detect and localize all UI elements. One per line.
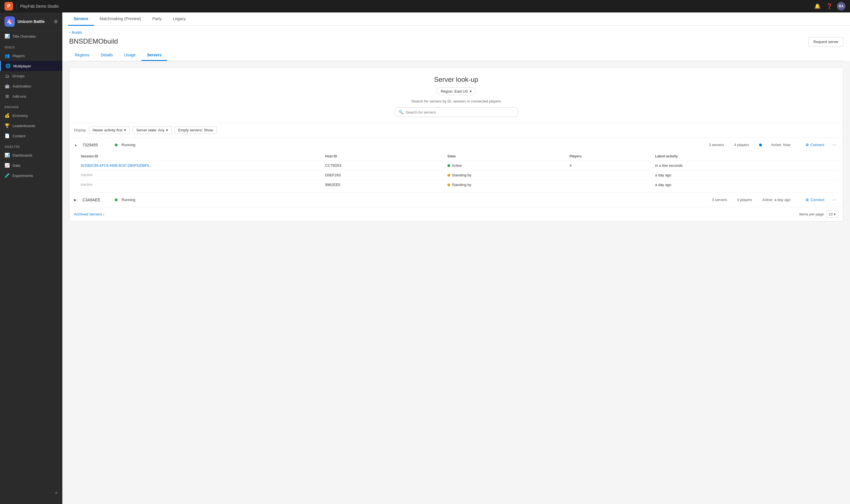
- status-dot-2: [115, 198, 118, 201]
- servers-count-1: 3 servers: [709, 143, 724, 147]
- multiplayer-label: Multiplayer: [13, 64, 31, 68]
- analyze-section-label: ANALYZE: [0, 141, 62, 150]
- server-status-2: Running: [122, 198, 144, 202]
- status-dot-1: [115, 144, 118, 146]
- sidebar-item-addons[interactable]: ⊞ Add-ons: [0, 91, 62, 101]
- host-id-3: 9962EE5: [325, 183, 447, 187]
- breadcrumb[interactable]: ‹ Builds: [69, 30, 118, 35]
- settings-gear-icon[interactable]: ⚙: [54, 19, 58, 24]
- sidebar-item-title-overview[interactable]: 📊 Title Overview: [0, 31, 62, 42]
- active-label-2: Active: a day ago: [762, 198, 791, 202]
- server-id-1: 7329455: [83, 143, 111, 147]
- session-inactive-2: Inactive: [81, 183, 325, 187]
- topbar-divider: [16, 3, 17, 9]
- leaderboards-label: Leaderboards: [13, 124, 35, 128]
- sidebar-item-automation[interactable]: 🤖 Automation: [0, 81, 62, 91]
- server-search-box: 🔍: [394, 107, 519, 117]
- connect-button-1[interactable]: 🖥 Connect: [803, 142, 827, 148]
- session-inactive-1: Inactive: [81, 173, 325, 177]
- search-input[interactable]: [406, 110, 514, 114]
- lookup-description: Search for servers by ID, session or con…: [75, 99, 837, 103]
- sidebar-item-players[interactable]: 👥 Players: [0, 51, 62, 61]
- experiments-icon: 🧪: [4, 173, 10, 178]
- session-activity-2: a day ago: [655, 173, 838, 177]
- session-state-dot-1: [447, 164, 450, 167]
- build-tab-servers[interactable]: Servers: [141, 50, 167, 61]
- topbar: P PlayFab Demo Studio 🔔 ❓ RA: [0, 0, 850, 13]
- tab-party[interactable]: Party: [147, 13, 168, 26]
- col-players: Players: [570, 154, 655, 158]
- sidebar-collapse-button[interactable]: «: [0, 487, 62, 498]
- empty-servers-filter[interactable]: Empty servers: Show: [175, 126, 217, 134]
- active-label-1: Active: Now: [771, 143, 791, 147]
- expand-icon-2[interactable]: ▶: [74, 198, 79, 202]
- server-status-1: Running: [122, 143, 144, 147]
- content-icon: 📄: [4, 133, 10, 139]
- more-options-icon-1[interactable]: ⋯: [830, 141, 838, 149]
- state-chevron-icon: ▾: [166, 128, 168, 132]
- tab-servers[interactable]: Servers: [68, 13, 94, 26]
- dashboards-icon: 📊: [4, 152, 10, 158]
- sessions-table-1: Session ID Host ID State Players Latest …: [69, 152, 843, 192]
- sidebar-item-data[interactable]: 📈 Data: [0, 160, 62, 170]
- session-state-2: Standing by: [452, 173, 471, 177]
- automation-icon: 🤖: [4, 84, 10, 89]
- session-players-1: 4: [570, 163, 655, 168]
- sidebar-item-dashboards[interactable]: 📊 Dashboards: [0, 150, 62, 160]
- items-per-page-select[interactable]: 10 ▾: [826, 211, 838, 218]
- more-options-icon-2[interactable]: ⋯: [830, 196, 838, 203]
- session-row-1: 9CD8DCB5-EFC8-490B-8C87-DB4F52DBF9... CC…: [81, 161, 838, 170]
- sidebar-item-experiments[interactable]: 🧪 Experiments: [0, 170, 62, 181]
- server-row-main-2[interactable]: ▶ C3A9AEE Running 3 servers 0 players Ac…: [69, 193, 843, 207]
- addons-icon: ⊞: [4, 94, 10, 99]
- build-tab-details[interactable]: Details: [95, 50, 118, 61]
- groups-icon: 🗂: [4, 74, 10, 78]
- build-tab-usage[interactable]: Usage: [118, 50, 141, 61]
- experiments-label: Experiments: [13, 174, 33, 178]
- activity-filter[interactable]: Newer activity first ▾: [89, 126, 130, 134]
- collapse-icon[interactable]: ▲: [74, 143, 79, 147]
- connect-button-2[interactable]: 🖥 Connect: [803, 197, 827, 203]
- connect-label-1: Connect: [811, 143, 824, 147]
- game-header: 🦄 Unicorn Battle ⚙: [0, 13, 62, 31]
- sidebar-item-multiplayer[interactable]: 🌐 Multiplayer: [0, 61, 62, 71]
- filters-bar: Display Newer activity first ▾ Server st…: [69, 123, 843, 138]
- sidebar-item-leaderboards[interactable]: 🏆 Leaderboards: [0, 121, 62, 131]
- search-icon: 🔍: [399, 110, 403, 114]
- active-dot-1: [759, 144, 762, 146]
- server-row-main-1[interactable]: ▲ 7329455 Running 3 servers 4 players Ac…: [69, 138, 843, 152]
- build-header: ‹ Builds BNSDEMObuild Request server: [62, 26, 850, 50]
- monitor-icon-2: 🖥: [805, 198, 809, 202]
- session-id-link-1[interactable]: 9CD8DCB5-EFC8-490B-8C87-DB4F52DBF9...: [81, 164, 152, 168]
- build-tab-regions[interactable]: Regions: [69, 50, 95, 61]
- data-icon: 📈: [4, 163, 10, 168]
- session-activity-1: in a few seconds: [655, 163, 838, 168]
- server-id-2: C3A9AEE: [83, 198, 111, 202]
- request-server-button[interactable]: Request server: [809, 37, 843, 47]
- build-header-left: ‹ Builds BNSDEMObuild: [69, 30, 118, 50]
- players-label: Players: [13, 54, 25, 58]
- col-host-id: Host ID: [325, 154, 447, 158]
- user-avatar[interactable]: RA: [837, 2, 846, 11]
- notification-icon[interactable]: 🔔: [813, 2, 822, 11]
- region-dropdown[interactable]: Region: East US ▾: [436, 88, 476, 95]
- help-icon[interactable]: ❓: [825, 2, 834, 11]
- sidebar: 🦄 Unicorn Battle ⚙ 📊 Title Overview BUIL…: [0, 13, 62, 504]
- content-label: Content: [13, 134, 25, 138]
- playfab-logo: P: [4, 2, 13, 11]
- col-state: State: [447, 154, 570, 158]
- monitor-icon: 🖥: [805, 143, 809, 147]
- tab-legacy[interactable]: Legacy: [167, 13, 191, 26]
- sidebar-item-groups[interactable]: 🗂 Groups: [0, 71, 62, 81]
- main-tabbar: Servers Matchmaking (Preview) Party Lega…: [62, 13, 850, 26]
- sessions-table-header: Session ID Host ID State Players Latest …: [81, 152, 838, 161]
- session-state-dot-2: [447, 174, 450, 177]
- state-filter[interactable]: Server state: Any ▾: [133, 126, 172, 134]
- archived-servers-link[interactable]: Archived Servers ›: [74, 212, 104, 216]
- tab-matchmaking[interactable]: Matchmaking (Preview): [94, 13, 146, 26]
- session-activity-3: a day ago: [655, 183, 838, 187]
- sidebar-item-economy[interactable]: 💰 Economy: [0, 110, 62, 121]
- sidebar-item-content[interactable]: 📄 Content: [0, 131, 62, 141]
- studio-title: PlayFab Demo Studio: [20, 4, 59, 8]
- empty-filter-label: Empty servers: Show: [178, 128, 213, 132]
